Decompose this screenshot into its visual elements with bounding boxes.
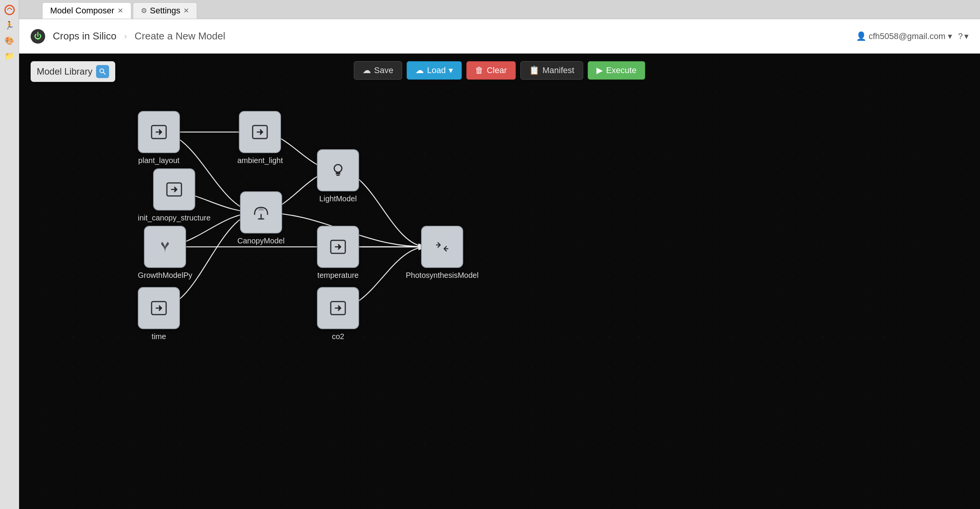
clear-label: Clear xyxy=(487,65,507,75)
manifest-label: Manifest xyxy=(542,65,574,75)
save-icon: ☁ xyxy=(363,65,371,75)
node-time-box[interactable] xyxy=(138,287,180,329)
nav-logo-char: ⏻ xyxy=(34,32,42,41)
user-dropdown-icon[interactable]: ▾ xyxy=(948,31,952,41)
node-temperature[interactable]: temperature xyxy=(317,226,359,280)
sidebar-logo xyxy=(3,3,16,17)
node-light-model-label: LightModel xyxy=(319,194,357,203)
tab-model-composer-close[interactable]: ✕ xyxy=(118,7,123,15)
execute-label: Execute xyxy=(606,65,637,75)
save-button[interactable]: ☁ Save xyxy=(354,61,402,80)
tab-settings-close[interactable]: ✕ xyxy=(183,7,189,15)
node-ambient-light[interactable]: ambient_light xyxy=(237,111,283,165)
model-library: Model Library xyxy=(31,61,115,82)
sidebar-item-run[interactable]: 🏃 xyxy=(3,18,16,32)
sidebar-item-palette[interactable]: 🎨 xyxy=(3,34,16,47)
sidebar-item-folder[interactable]: 📁 xyxy=(3,49,16,63)
node-canopy-model-label: CanopyModel xyxy=(237,237,284,245)
settings-tab-icon: ⚙ xyxy=(141,7,147,15)
node-plant-layout[interactable]: plant_layout xyxy=(138,111,180,165)
navbar: ⏻ Crops in Silico › Create a New Model 👤… xyxy=(19,19,980,54)
svg-point-6 xyxy=(334,165,342,172)
node-time-label: time xyxy=(152,332,166,341)
sidebar: 🏃 🎨 📁 xyxy=(0,0,19,509)
tab-settings-label: Settings xyxy=(150,6,181,16)
execute-button[interactable]: ▶ Execute xyxy=(588,61,645,80)
node-ambient-light-box[interactable] xyxy=(239,111,281,153)
load-label: Load xyxy=(427,65,446,75)
node-init-canopy[interactable]: init_canopy_structure xyxy=(138,168,211,222)
main-area: Model Composer ✕ ⚙ Settings ✕ ⏻ Crops in… xyxy=(19,0,980,509)
node-plant-layout-label: plant_layout xyxy=(138,156,180,165)
load-dropdown-icon: ▾ xyxy=(449,65,453,75)
node-temperature-box[interactable] xyxy=(317,226,359,268)
node-photosynthesis[interactable]: PhotosynthesisModel xyxy=(406,226,479,280)
node-canopy-model[interactable]: CanopyModel xyxy=(237,191,284,245)
help-dropdown-icon: ▾ xyxy=(964,31,969,41)
clear-button[interactable]: 🗑 Clear xyxy=(466,61,516,80)
nav-logo: ⏻ xyxy=(31,29,45,44)
node-plant-layout-box[interactable] xyxy=(138,111,180,153)
nav-right: 👤 cfh5058@gmail.com ▾ ? ▾ xyxy=(856,31,969,41)
canvas-area[interactable]: Model Library ☁ Save ☁ Load ▾ 🗑 Clear xyxy=(19,54,980,509)
manifest-icon: 📋 xyxy=(529,65,539,75)
svg-point-0 xyxy=(5,5,14,15)
tab-model-composer-label: Model Composer xyxy=(50,6,114,16)
tab-settings[interactable]: ⚙ Settings ✕ xyxy=(133,2,198,19)
node-light-model-box[interactable] xyxy=(317,149,359,191)
manifest-button[interactable]: 📋 Manifest xyxy=(520,61,583,80)
node-co2-box[interactable] xyxy=(317,287,359,329)
model-library-search-btn[interactable] xyxy=(96,65,109,78)
node-ambient-light-label: ambient_light xyxy=(237,156,283,165)
node-time[interactable]: time xyxy=(138,287,180,341)
node-light-model[interactable]: LightModel xyxy=(317,149,359,203)
model-library-label: Model Library xyxy=(37,66,92,77)
execute-icon: ▶ xyxy=(596,65,603,75)
user-email: cfh5058@gmail.com xyxy=(869,31,946,41)
help-btn[interactable]: ? ▾ xyxy=(958,31,969,41)
node-growth-model-label: GrowthModelPy xyxy=(138,271,192,280)
nav-title[interactable]: Crops in Silico xyxy=(53,30,116,42)
svg-line-2 xyxy=(103,72,105,74)
node-init-canopy-label: init_canopy_structure xyxy=(138,214,211,222)
load-button[interactable]: ☁ Load ▾ xyxy=(407,61,462,80)
nav-subtitle[interactable]: Create a New Model xyxy=(135,30,225,42)
node-growth-model[interactable]: GrowthModelPy xyxy=(138,226,192,280)
node-co2[interactable]: co2 xyxy=(317,287,359,341)
tabbar: Model Composer ✕ ⚙ Settings ✕ xyxy=(19,0,980,19)
node-photosynthesis-box[interactable] xyxy=(421,226,463,268)
node-canopy-model-box[interactable] xyxy=(240,191,282,233)
save-label: Save xyxy=(374,65,393,75)
clear-icon: 🗑 xyxy=(475,65,483,75)
tab-model-composer[interactable]: Model Composer ✕ xyxy=(42,2,131,19)
node-growth-model-box[interactable] xyxy=(144,226,186,268)
help-icon: ? xyxy=(958,31,963,41)
user-icon: 👤 xyxy=(856,31,866,41)
node-temperature-label: temperature xyxy=(317,271,359,280)
load-icon: ☁ xyxy=(415,65,424,75)
node-co2-label: co2 xyxy=(332,332,344,341)
nav-user[interactable]: 👤 cfh5058@gmail.com ▾ xyxy=(856,31,952,41)
nav-separator: › xyxy=(124,31,127,41)
node-init-canopy-box[interactable] xyxy=(153,168,195,210)
toolbar: ☁ Save ☁ Load ▾ 🗑 Clear 📋 Manifest ▶ Exe… xyxy=(354,61,645,80)
node-photosynthesis-label: PhotosynthesisModel xyxy=(406,271,479,280)
